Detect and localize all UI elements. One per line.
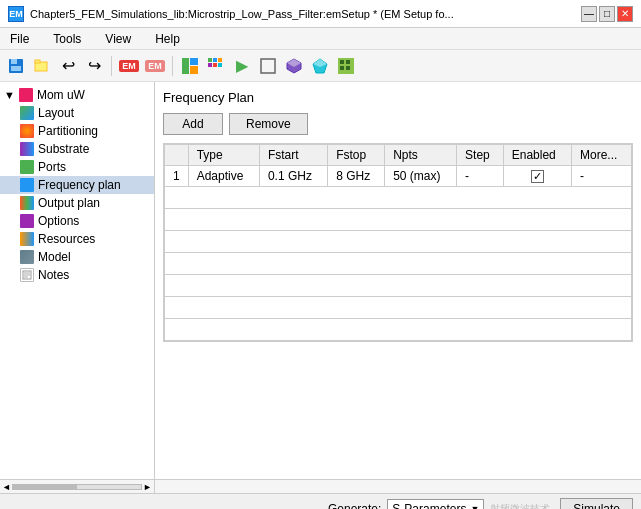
gem-icon — [311, 57, 329, 75]
minimize-button[interactable]: — — [581, 6, 597, 22]
layout-icon — [20, 106, 34, 120]
col-header-more[interactable]: More... — [572, 145, 632, 166]
row-more: - — [572, 166, 632, 187]
maximize-button[interactable]: □ — [599, 6, 615, 22]
svg-rect-5 — [182, 58, 189, 74]
row-enabled[interactable]: ✓ — [503, 166, 571, 187]
sidebar-item-model[interactable]: Model — [0, 248, 154, 266]
svg-rect-21 — [346, 60, 350, 64]
col-header-npts[interactable]: Npts — [385, 145, 457, 166]
stop-icon — [260, 58, 276, 74]
sidebar-hscroll: ◄ ► — [0, 480, 155, 493]
sidebar-item-notes[interactable]: Notes — [0, 266, 154, 284]
substrate-icon — [20, 142, 34, 156]
generate-dropdown[interactable]: S-Parameters ▼ — [387, 499, 484, 510]
sidebar-label-options: Options — [38, 214, 79, 228]
sidebar-item-output-plan[interactable]: Output plan — [0, 194, 154, 212]
layout-button[interactable] — [178, 54, 202, 78]
close-button[interactable]: ✕ — [617, 6, 633, 22]
col-header-step[interactable]: Step — [457, 145, 504, 166]
grid-button[interactable] — [204, 54, 228, 78]
scroll-left-arrow[interactable]: ◄ — [2, 482, 11, 492]
sidebar-item-substrate[interactable]: Substrate — [0, 140, 154, 158]
row-fstart: 0.1 GHz — [259, 166, 327, 187]
menu-view[interactable]: View — [99, 30, 137, 48]
table-row[interactable]: 1 Adaptive 0.1 GHz 8 GHz 50 (max) - ✓ - — [165, 166, 632, 187]
scroll-right-arrow[interactable]: ► — [143, 482, 152, 492]
sidebar-item-partitioning[interactable]: Partitioning — [0, 122, 154, 140]
hscroll-thumb[interactable] — [13, 485, 77, 489]
svg-rect-4 — [35, 60, 40, 63]
sidebar-item-ports[interactable]: Ports — [0, 158, 154, 176]
stop-button[interactable] — [256, 54, 280, 78]
gem-button[interactable] — [308, 54, 332, 78]
sidebar-root[interactable]: ▼ Mom uW — [0, 86, 154, 104]
svg-rect-20 — [340, 60, 344, 64]
enabled-checkbox[interactable]: ✓ — [531, 170, 544, 183]
sidebar-item-layout[interactable]: Layout — [0, 104, 154, 122]
app-icon: EM — [8, 6, 24, 22]
remove-button[interactable]: Remove — [229, 113, 308, 135]
toolbar: ↩ ↪ EM EM ▶ — [0, 50, 641, 82]
redo-button[interactable]: ↪ — [82, 54, 106, 78]
panel-title: Frequency Plan — [163, 90, 633, 105]
sidebar-item-options[interactable]: Options — [0, 212, 154, 230]
sidebar-label-frequency-plan: Frequency plan — [38, 178, 121, 192]
outputplan-icon — [20, 196, 34, 210]
generate-section: Generate: S-Parameters ▼ — [328, 499, 484, 510]
simulate-button[interactable]: Simulate — [560, 498, 633, 510]
row-index: 1 — [165, 166, 189, 187]
svg-rect-12 — [213, 63, 217, 67]
svg-rect-14 — [261, 59, 275, 73]
toolbar-separator-2 — [172, 56, 173, 76]
status-bar: Generate: S-Parameters ▼ 射频微波技术 Simulate — [0, 493, 641, 509]
svg-rect-7 — [190, 66, 198, 74]
ports-icon — [20, 160, 34, 174]
svg-rect-10 — [218, 58, 222, 62]
sidebar-label-output-plan: Output plan — [38, 196, 100, 210]
table-row-empty-6 — [165, 297, 632, 319]
menu-help[interactable]: Help — [149, 30, 186, 48]
svg-rect-23 — [346, 66, 350, 70]
em-button-1[interactable]: EM — [117, 54, 141, 78]
table-row-empty-1 — [165, 187, 632, 209]
save-icon — [7, 57, 25, 75]
grid-icon — [207, 57, 225, 75]
scrollbar-area: ◄ ► — [0, 479, 641, 493]
sidebar-root-label: Mom uW — [37, 88, 85, 102]
pattern-icon — [337, 57, 355, 75]
layout-icon — [181, 57, 199, 75]
em-button-2[interactable]: EM — [143, 54, 167, 78]
dropdown-arrow-icon: ▼ — [470, 504, 479, 510]
watermark-text: 射频微波技术 — [490, 502, 550, 510]
options-icon — [20, 214, 34, 228]
col-header-enabled[interactable]: Enabled — [503, 145, 571, 166]
3d-button[interactable] — [282, 54, 306, 78]
pattern-button[interactable] — [334, 54, 358, 78]
save-button[interactable] — [4, 54, 28, 78]
col-header-type[interactable]: Type — [188, 145, 259, 166]
hscroll-track[interactable] — [12, 484, 142, 490]
col-header-fstop[interactable]: Fstop — [328, 145, 385, 166]
undo-button[interactable]: ↩ — [56, 54, 80, 78]
col-header-fstart[interactable]: Fstart — [259, 145, 327, 166]
content-panel: Frequency Plan Add Remove Type Fstart Fs… — [155, 82, 641, 479]
model-icon — [20, 250, 34, 264]
open-button[interactable] — [30, 54, 54, 78]
window-controls[interactable]: — □ ✕ — [581, 6, 633, 22]
sidebar-label-ports: Ports — [38, 160, 66, 174]
table-row-empty-5 — [165, 275, 632, 297]
sidebar-label-resources: Resources — [38, 232, 95, 246]
menu-tools[interactable]: Tools — [47, 30, 87, 48]
add-button[interactable]: Add — [163, 113, 223, 135]
sidebar-label-model: Model — [38, 250, 71, 264]
sidebar-item-frequency-plan[interactable]: Frequency plan — [0, 176, 154, 194]
sidebar-item-resources[interactable]: Resources — [0, 230, 154, 248]
menu-file[interactable]: File — [4, 30, 35, 48]
window-title: Chapter5_FEM_Simulations_lib:Microstrip_… — [30, 8, 575, 20]
table-row-empty-4 — [165, 253, 632, 275]
run-button[interactable]: ▶ — [230, 54, 254, 78]
svg-rect-9 — [213, 58, 217, 62]
title-bar: EM Chapter5_FEM_Simulations_lib:Microstr… — [0, 0, 641, 28]
table-row-empty-3 — [165, 231, 632, 253]
